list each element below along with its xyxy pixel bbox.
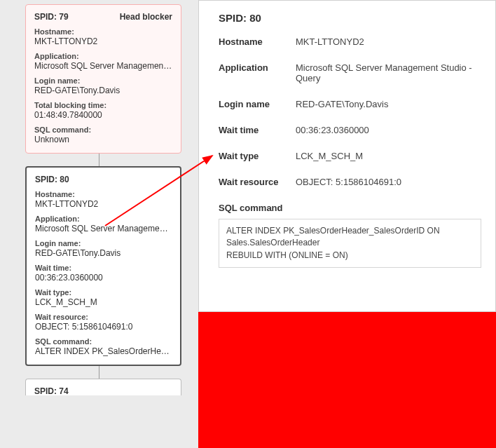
wait-resource-label: Wait resource	[219, 177, 296, 187]
blocking-card-spid-80[interactable]: SPID: 80 Hostname:MKT-LTTONYD2 Applicati…	[25, 166, 181, 366]
wait-resource-label: Wait resource:	[35, 313, 172, 321]
wait-type-label: Wait type	[219, 151, 296, 161]
sql-command-value: ALTER INDEX PK_SalesOrderHeader_...	[35, 346, 172, 356]
annotation-background: SPID: 80 HostnameMKT-LTTONYD2 Applicatio…	[198, 0, 496, 448]
sql-command-label: SQL command	[219, 203, 481, 213]
login-name-label: Login name:	[34, 76, 172, 85]
application-label: Application	[219, 62, 296, 83]
application-value: Microsoft SQL Server Management S...	[34, 61, 172, 71]
tree-connector	[99, 154, 99, 166]
wait-time-value: 00:36:23.0360000	[296, 125, 369, 135]
login-name-label: Login name:	[35, 239, 172, 247]
wait-type-value: LCK_M_SCH_M	[35, 297, 172, 307]
application-label: Application:	[34, 52, 172, 60]
hostname-value: MKT-LTTONYD2	[34, 36, 172, 46]
sql-command-label: SQL command:	[35, 337, 172, 346]
head-blocker-badge: Head blocker	[120, 12, 172, 22]
login-name-value: RED-GATE\Tony.Davis	[34, 86, 172, 95]
application-label: Application:	[35, 215, 172, 223]
blocking-time-label: Total blocking time:	[34, 101, 172, 109]
login-name-value: RED-GATE\Tony.Davis	[35, 248, 172, 258]
detail-title: SPID: 80	[219, 12, 481, 24]
hostname-value: MKT-LTTONYD2	[35, 199, 172, 209]
detail-panel: SPID: 80 HostnameMKT-LTTONYD2 Applicatio…	[198, 0, 496, 312]
blocking-card-spid-74[interactable]: SPID: 74	[25, 379, 181, 395]
login-name-value: RED-GATE\Tony.Davis	[296, 99, 388, 109]
tree-connector	[99, 366, 99, 379]
wait-type-label: Wait type:	[35, 288, 172, 297]
spid-label: SPID: 74	[34, 386, 69, 395]
blocking-card-spid-79[interactable]: SPID: 79 Head blocker Hostname:MKT-LTTON…	[25, 4, 181, 154]
hostname-label: Hostname:	[34, 27, 172, 36]
wait-resource-value: OBJECT: 5:1586104691:0	[296, 177, 401, 187]
application-value: Microsoft SQL Server Management S...	[35, 224, 172, 233]
application-value: Microsoft SQL Server Management Studio -…	[296, 62, 481, 83]
wait-time-value: 00:36:23.0360000	[35, 273, 172, 283]
spid-label: SPID: 80	[35, 175, 69, 184]
hostname-value: MKT-LTTONYD2	[296, 36, 364, 47]
sql-command-label: SQL command:	[34, 125, 172, 134]
spid-label: SPID: 79	[34, 12, 69, 22]
sql-command-text[interactable]: ALTER INDEX PK_SalesOrderHeader_SalesOrd…	[219, 219, 481, 268]
wait-time-label: Wait time	[219, 125, 296, 135]
wait-resource-value: OBJECT: 5:1586104691:0	[35, 322, 172, 332]
sql-command-value: Unknown	[34, 135, 172, 144]
blocking-time-value: 01:48:49.7840000	[34, 110, 172, 120]
wait-type-value: LCK_M_SCH_M	[296, 151, 363, 161]
blocking-tree-column: SPID: 79 Head blocker Hostname:MKT-LTTON…	[0, 0, 198, 448]
hostname-label: Hostname	[219, 36, 296, 47]
hostname-label: Hostname:	[35, 190, 172, 198]
wait-time-label: Wait time:	[35, 264, 172, 272]
login-name-label: Login name	[219, 99, 296, 109]
